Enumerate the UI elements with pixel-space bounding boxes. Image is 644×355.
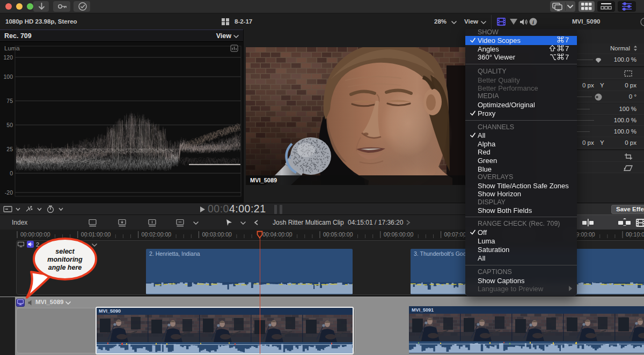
- svg-text:MVI_5089: MVI_5089: [250, 177, 277, 183]
- svg-text:50: 50: [6, 122, 13, 128]
- svg-text:select: select: [55, 248, 75, 255]
- svg-text:monitoring: monitoring: [47, 256, 83, 263]
- svg-text:-20: -20: [5, 189, 13, 196]
- svg-text:7: 7: [565, 36, 569, 43]
- svg-text:7: 7: [565, 45, 569, 51]
- svg-text:00:10:00:00: 00:10:00:00: [626, 231, 644, 238]
- svg-text:0: 0: [10, 170, 13, 176]
- svg-text:25: 25: [6, 146, 13, 152]
- svg-text:75: 75: [6, 98, 13, 104]
- svg-text:angle here: angle here: [48, 264, 82, 271]
- svg-text:100: 100: [3, 73, 13, 80]
- svg-text:7: 7: [565, 54, 569, 60]
- svg-text:120: 120: [3, 54, 13, 61]
